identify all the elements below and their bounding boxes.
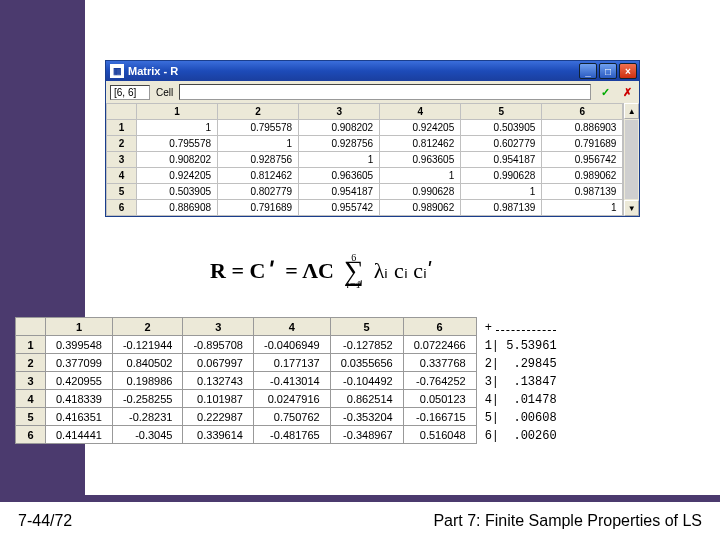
cell[interactable]: 0.989062 [542,168,623,184]
cell[interactable]: 0.954187 [461,152,542,168]
cell[interactable]: 0.987139 [542,184,623,200]
cell: 0.416351 [46,408,113,426]
row-header: 5 [16,408,46,426]
cell[interactable]: 0.954187 [299,184,380,200]
cell: 0.132743 [183,372,254,390]
cell: -0.413014 [253,372,330,390]
cell: 0.750762 [253,408,330,426]
cell[interactable]: 0.908202 [299,120,380,136]
row-header[interactable]: 5 [107,184,137,200]
cell: 0.414441 [46,426,113,444]
eigen-row: 1| 5.53961 [485,339,557,353]
window-title: Matrix - R [128,65,579,77]
cell[interactable]: 0.955742 [299,200,380,216]
col-header[interactable]: 5 [461,104,542,120]
scroll-up-icon[interactable]: ▲ [624,103,639,119]
row-header[interactable]: 4 [107,168,137,184]
cell: 0.420955 [46,372,113,390]
cell[interactable]: 0.908202 [137,152,218,168]
vertical-scrollbar[interactable]: ▲ ▼ [623,103,639,216]
cell: 0.0722466 [403,336,476,354]
col-header[interactable]: 1 [137,104,218,120]
cell: 0.222987 [183,408,254,426]
cell[interactable]: 0.791689 [542,136,623,152]
maximize-button[interactable]: □ [599,63,617,79]
cell[interactable]: 0.963605 [380,152,461,168]
cell[interactable]: 0.503905 [137,184,218,200]
cell[interactable]: 0.812462 [380,136,461,152]
col-header: 2 [112,318,183,336]
cell[interactable]: 0.795578 [137,136,218,152]
page-number: 7-44/72 [18,512,72,530]
close-button[interactable]: × [619,63,637,79]
eigen-row: 6| .00260 [485,429,557,443]
cell[interactable]: 0.791689 [218,200,299,216]
scroll-thumb[interactable] [625,120,638,199]
summation: 6 ∑ i=1 [344,252,364,290]
cell[interactable]: 1 [542,200,623,216]
cell: 0.377099 [46,354,113,372]
cell: 0.516048 [403,426,476,444]
eigen-row: 2| .29845 [485,357,557,371]
cell: 0.399548 [46,336,113,354]
cell[interactable]: 1 [299,152,380,168]
cell: 0.418339 [46,390,113,408]
col-header: 4 [253,318,330,336]
row-header[interactable]: 3 [107,152,137,168]
col-header: 3 [183,318,254,336]
cell[interactable]: 1 [218,136,299,152]
cell[interactable]: 0.990628 [380,184,461,200]
row-header[interactable]: 1 [107,120,137,136]
equation-term: λᵢ cᵢ cᵢʹ [374,258,433,284]
accept-icon[interactable]: ✓ [597,84,613,100]
cell[interactable]: 0.928756 [218,152,299,168]
cell-input[interactable] [179,84,591,100]
cell: -0.3045 [112,426,183,444]
cell[interactable]: 1 [137,120,218,136]
row-header[interactable]: 6 [107,200,137,216]
content-area: ▦ Matrix - R _ □ × [6, 6] Cell ✓ ✗ 1 2 3 [85,0,720,495]
col-header[interactable]: 4 [380,104,461,120]
cell[interactable]: 0.924205 [137,168,218,184]
cell: -0.895708 [183,336,254,354]
second-table: 1 2 3 4 5 6 10.399548-0.121944-0.895708-… [15,317,477,444]
col-header[interactable]: 3 [299,104,380,120]
cell[interactable]: 0.802779 [218,184,299,200]
cell[interactable]: 0.987139 [461,200,542,216]
cell[interactable]: 0.602779 [461,136,542,152]
cell[interactable]: 0.886903 [542,120,623,136]
cell: -0.104492 [330,372,403,390]
eigen-divider [496,330,556,331]
scroll-down-icon[interactable]: ▼ [624,200,639,216]
row-header[interactable]: 2 [107,136,137,152]
col-header[interactable]: 6 [542,104,623,120]
cell: -0.121944 [112,336,183,354]
col-header: 1 [46,318,113,336]
cell[interactable]: 0.924205 [380,120,461,136]
cell: -0.28231 [112,408,183,426]
cell[interactable]: 0.795578 [218,120,299,136]
cell[interactable]: 0.963605 [299,168,380,184]
cell[interactable]: 0.928756 [299,136,380,152]
equation-eq: = ΛC [285,258,333,284]
corner-header [107,104,137,120]
cell: -0.481765 [253,426,330,444]
cell: 0.050123 [403,390,476,408]
col-header[interactable]: 2 [218,104,299,120]
cell[interactable]: 0.886908 [137,200,218,216]
cell[interactable]: 1 [380,168,461,184]
cell[interactable]: 1 [461,184,542,200]
cell[interactable]: 0.503905 [461,120,542,136]
cell[interactable]: 0.990628 [461,168,542,184]
cell-reference: [6, 6] [110,85,150,100]
cell: 0.067997 [183,354,254,372]
cell[interactable]: 0.956742 [542,152,623,168]
row-header: 3 [16,372,46,390]
footer: 7-44/72 Part 7: Finite Sample Properties… [0,502,720,540]
cell[interactable]: 0.812462 [218,168,299,184]
minimize-button[interactable]: _ [579,63,597,79]
cancel-icon[interactable]: ✗ [619,84,635,100]
cell[interactable]: 0.989062 [380,200,461,216]
eigen-row: 4| .01478 [485,393,557,407]
row-header: 4 [16,390,46,408]
